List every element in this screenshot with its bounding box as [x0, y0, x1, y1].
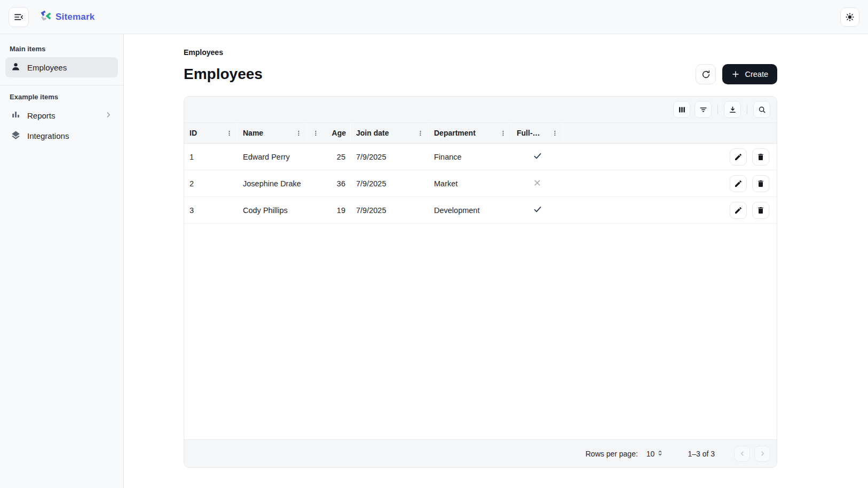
cell-full-time [511, 197, 563, 223]
create-button[interactable]: Create [722, 64, 777, 84]
sidebar-divider [0, 85, 123, 85]
edit-icon [730, 179, 746, 188]
column-menu-icon[interactable] [295, 130, 302, 137]
breadcrumb: Employees [184, 48, 777, 57]
check-icon [533, 151, 542, 162]
table-empty-area [184, 224, 777, 439]
search-icon [754, 105, 770, 114]
view-columns-icon [674, 105, 690, 114]
cell-id: 2 [184, 170, 238, 196]
search-button[interactable] [753, 101, 770, 118]
sidebar-item-employees[interactable]: Employees [5, 57, 118, 77]
filter-icon [695, 105, 711, 114]
person-icon [11, 61, 21, 73]
cell-join-date: 7/9/2025 [351, 197, 429, 223]
column-menu-icon[interactable] [500, 130, 507, 137]
column-menu-icon[interactable] [312, 130, 319, 137]
cell-id: 1 [184, 144, 238, 170]
trash-icon [753, 206, 769, 215]
cell-department: Finance [429, 144, 511, 170]
delete-row-button[interactable] [752, 148, 769, 166]
edit-icon [730, 153, 746, 161]
column-header-actions [563, 123, 777, 143]
table-pagination: Rows per page: 10 1–3 of 3 [184, 439, 777, 467]
table-row[interactable]: 1 Edward Perry 25 7/9/2025 Finance [184, 144, 777, 170]
column-menu-icon[interactable] [226, 130, 233, 137]
delete-row-button[interactable] [752, 202, 769, 219]
data-grid-toolbar [184, 97, 777, 122]
edit-row-button[interactable] [730, 148, 747, 166]
rows-per-page-select[interactable]: 10 [646, 449, 665, 459]
sidebar-item-label: Integrations [27, 131, 69, 140]
table-row[interactable]: 3 Cody Phillips 19 7/9/2025 Development [184, 197, 777, 224]
page-title: Employees [184, 66, 263, 83]
column-header-full-time[interactable]: Full-… [511, 123, 563, 143]
table-row[interactable]: 2 Josephine Drake 36 7/9/2025 Market [184, 170, 777, 197]
cell-department: Development [429, 197, 511, 223]
layers-icon [11, 130, 21, 141]
column-header-name[interactable]: Name [238, 123, 307, 143]
column-header-join-date[interactable]: Join date [351, 123, 429, 143]
sidebar-item-integrations[interactable]: Integrations [5, 125, 118, 146]
next-page-button[interactable] [754, 446, 770, 462]
toolbar-divider [747, 105, 747, 114]
trash-icon [753, 179, 769, 188]
sidebar-section-main-items: Main items [10, 45, 123, 53]
previous-page-button[interactable] [734, 446, 750, 462]
plus-icon [731, 70, 740, 78]
sidebar-toggle-button[interactable] [9, 7, 29, 27]
column-header-age[interactable]: Age [307, 123, 351, 143]
column-menu-icon[interactable] [417, 130, 424, 137]
brand-name: Sitemark [56, 12, 94, 22]
rows-per-page-label: Rows per page: [586, 450, 638, 458]
export-button[interactable] [724, 101, 741, 118]
edit-row-button[interactable] [730, 202, 747, 219]
column-header-department[interactable]: Department [429, 123, 511, 143]
bar-chart-icon [11, 109, 21, 121]
brand-logo: Sitemark [40, 10, 94, 24]
cell-full-time [511, 144, 563, 170]
cell-age: 36 [307, 170, 351, 196]
cell-age: 19 [307, 197, 351, 223]
top-app-bar: Sitemark [0, 0, 868, 34]
refresh-button[interactable] [696, 64, 716, 84]
create-button-label: Create [745, 70, 768, 78]
check-icon [533, 204, 542, 216]
cell-join-date: 7/9/2025 [351, 144, 429, 170]
menu-open-icon [13, 12, 24, 22]
cell-name: Edward Perry [238, 144, 307, 170]
chevron-right-icon [755, 450, 770, 458]
trash-icon [753, 153, 769, 161]
unfold-more-icon [656, 449, 664, 459]
main-content: Employees Employees [124, 34, 868, 488]
column-header-id[interactable]: ID [184, 123, 238, 143]
cell-id: 3 [184, 197, 238, 223]
cell-full-time [511, 170, 563, 196]
cell-name: Josephine Drake [238, 170, 307, 196]
sidebar-item-reports[interactable]: Reports [5, 105, 118, 125]
columns-button[interactable] [673, 101, 690, 118]
chevron-left-icon [735, 450, 749, 458]
delete-row-button[interactable] [752, 175, 769, 192]
sidebar-item-label: Reports [27, 111, 56, 120]
sidebar: Main items Employees Example items Repor… [0, 34, 124, 488]
theme-toggle-button[interactable] [840, 7, 859, 27]
column-menu-icon[interactable] [551, 130, 558, 137]
refresh-icon [701, 69, 711, 80]
table-header-row: ID Name Age [184, 122, 777, 144]
cell-name: Cody Phillips [238, 197, 307, 223]
cell-join-date: 7/9/2025 [351, 170, 429, 196]
sidebar-item-label: Employees [27, 63, 67, 72]
edit-row-button[interactable] [730, 175, 747, 192]
sun-icon [845, 12, 855, 22]
toolbar-divider [717, 105, 718, 114]
download-icon [724, 105, 740, 114]
chevron-right-icon [104, 111, 113, 121]
filter-button[interactable] [695, 101, 712, 118]
close-icon [533, 178, 542, 189]
data-grid: ID Name Age [184, 96, 777, 468]
cell-department: Market [429, 170, 511, 196]
cell-age: 25 [307, 144, 351, 170]
sitemark-logo-icon [40, 10, 51, 24]
sidebar-section-example-items: Example items [10, 93, 123, 101]
